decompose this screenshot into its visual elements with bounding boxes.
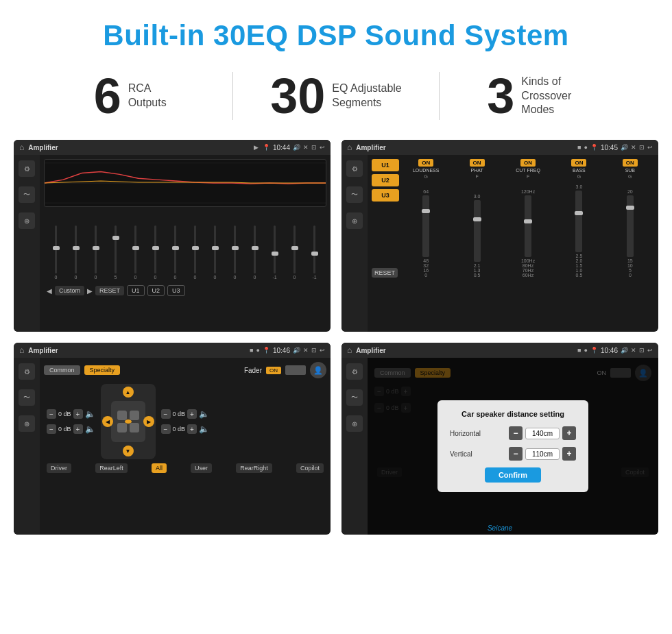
play-icon[interactable]: ▶ xyxy=(254,144,259,151)
prev-icon[interactable]: ◀ xyxy=(47,287,52,295)
cross-fader-cutfreq-a[interactable]: 120Hz 100Hz 80Hz 70Hz 60Hz xyxy=(521,189,535,278)
close-icon-3[interactable]: ✕ xyxy=(303,347,309,354)
arrow-right[interactable]: ▶ xyxy=(143,416,154,427)
balance-icon-4[interactable]: ⊕ xyxy=(346,415,363,432)
back-icon-4[interactable]: ↩ xyxy=(647,347,653,354)
arrow-left[interactable]: ◀ xyxy=(102,416,113,427)
balance-icon-2[interactable]: ⊕ xyxy=(346,212,363,229)
waveform-icon[interactable]: 〜 xyxy=(19,186,35,203)
back-icon-2[interactable]: ↩ xyxy=(647,144,653,151)
vol-minus-tl[interactable]: − xyxy=(47,409,56,419)
eq-slider-2[interactable]: 0 xyxy=(86,225,105,280)
speaker-icon-3[interactable]: 🔊 xyxy=(293,347,300,354)
vol-control-br: − 0 dB + 🔈 xyxy=(161,424,210,434)
cross-u1-btn[interactable]: U1 xyxy=(372,159,399,171)
btn-all[interactable]: All xyxy=(152,463,167,473)
waveform-icon-2[interactable]: 〜 xyxy=(346,186,363,203)
vol-plus-tr[interactable]: + xyxy=(187,409,197,419)
eq-slider-8[interactable]: 0 xyxy=(206,225,224,280)
vertical-plus-btn[interactable]: + xyxy=(562,447,576,461)
horizontal-plus-btn[interactable]: + xyxy=(562,426,576,440)
eq-settings-icon[interactable]: ⚙ xyxy=(19,160,35,177)
fader-slider[interactable] xyxy=(285,365,306,375)
next-icon[interactable]: ▶ xyxy=(87,287,93,295)
tab-specialty-3[interactable]: Specialty xyxy=(84,365,121,375)
back-icon-3[interactable]: ↩ xyxy=(320,347,325,354)
balance-icon[interactable]: ⊕ xyxy=(19,212,35,229)
eq-slider-13[interactable]: -1 xyxy=(305,225,324,280)
eq-u3-btn[interactable]: U3 xyxy=(167,285,185,296)
cross-u3-btn[interactable]: U3 xyxy=(372,189,399,202)
eq-slider-7[interactable]: 0 xyxy=(186,225,204,280)
eq-reset-btn[interactable]: RESET xyxy=(95,286,124,295)
eq-slider-6[interactable]: 0 xyxy=(166,225,184,280)
vol-minus-tr[interactable]: − xyxy=(161,409,171,419)
eq-slider-3[interactable]: 5 xyxy=(106,225,125,280)
eq-slider-5[interactable]: 0 xyxy=(146,225,165,280)
window-icon-4[interactable]: ⊡ xyxy=(639,347,645,354)
eq-slider-12[interactable]: 0 xyxy=(285,225,304,280)
tab-common-3[interactable]: Common xyxy=(44,365,80,375)
arrow-down[interactable]: ▼ xyxy=(123,446,134,456)
cross-u2-btn[interactable]: U2 xyxy=(372,174,399,186)
vol-plus-tl[interactable]: + xyxy=(73,409,83,419)
vertical-minus-btn[interactable]: − xyxy=(509,447,523,461)
cross-on-loudness[interactable]: ON xyxy=(418,159,433,167)
window-icon-3[interactable]: ⊡ xyxy=(311,347,317,354)
eq-slider-9[interactable]: 0 xyxy=(226,225,244,280)
cross-fader-loudness-a[interactable]: 64 48 32 16 0 xyxy=(422,189,429,278)
cross-on-phat[interactable]: ON xyxy=(470,159,485,167)
balance-icon-3[interactable]: ⊕ xyxy=(19,415,35,432)
btn-user[interactable]: User xyxy=(191,463,212,473)
fader-user-icon[interactable]: 👤 xyxy=(310,362,326,378)
home-icon[interactable]: ⌂ xyxy=(19,143,24,152)
close-icon-4[interactable]: ✕ xyxy=(631,347,636,354)
eq-settings-icon-3[interactable]: ⚙ xyxy=(19,363,35,380)
eq-u1-btn[interactable]: U1 xyxy=(127,285,145,296)
eq-slider-0[interactable]: 0 xyxy=(47,225,65,280)
waveform-icon-3[interactable]: 〜 xyxy=(19,389,35,406)
cross-fader-sub-a[interactable]: 20 15 10 5 0 xyxy=(627,189,634,278)
eq-settings-icon-4[interactable]: ⚙ xyxy=(346,363,363,380)
speaker-icon-4[interactable]: 🔊 xyxy=(621,347,628,354)
cross-reset-btn[interactable]: RESET xyxy=(372,268,398,278)
cross-fader-phat-a[interactable]: 3.0 2.1 1.3 0.5 xyxy=(474,194,481,278)
fader-on-btn[interactable]: ON xyxy=(266,367,281,374)
window-icon[interactable]: ⊡ xyxy=(311,144,317,151)
confirm-button[interactable]: Confirm xyxy=(485,467,541,483)
speaker-icon[interactable]: 🔊 xyxy=(293,144,300,151)
screen3-body: ⚙ 〜 ⊕ Common Specialty Fader ON 👤 xyxy=(14,358,331,535)
cross-on-bass[interactable]: ON xyxy=(571,159,586,167)
cross-fader-bass-a[interactable]: 3.0 2.5 2.0 1.5 1.0 0.5 xyxy=(575,184,582,278)
btn-copilot[interactable]: Copilot xyxy=(296,463,324,473)
close-icon[interactable]: ✕ xyxy=(303,144,309,151)
eq-u2-btn[interactable]: U2 xyxy=(147,285,165,296)
window-icon-2[interactable]: ⊡ xyxy=(639,144,645,151)
close-icon-2[interactable]: ✕ xyxy=(631,144,636,151)
home-icon-2[interactable]: ⌂ xyxy=(347,143,352,152)
home-icon-4[interactable]: ⌂ xyxy=(347,345,352,355)
eq-settings-icon-2[interactable]: ⚙ xyxy=(346,160,363,177)
vol-control-bl: − 0 dB + 🔈 xyxy=(47,424,95,434)
eq-custom-btn[interactable]: Custom xyxy=(55,286,84,295)
vol-minus-bl[interactable]: − xyxy=(47,424,56,434)
vol-plus-br[interactable]: + xyxy=(187,424,197,434)
arrow-up[interactable]: ▲ xyxy=(123,387,134,398)
eq-slider-4[interactable]: 0 xyxy=(126,225,145,280)
cross-on-cutfreq[interactable]: ON xyxy=(520,159,536,167)
btn-driver[interactable]: Driver xyxy=(47,463,71,473)
eq-slider-10[interactable]: 0 xyxy=(245,225,264,280)
cross-label-loudness: LOUDNESS xyxy=(413,168,440,173)
vol-plus-bl[interactable]: + xyxy=(73,424,83,434)
speaker-icon-2[interactable]: 🔊 xyxy=(621,144,628,151)
vol-minus-br[interactable]: − xyxy=(161,424,171,434)
eq-slider-11[interactable]: -1 xyxy=(265,225,284,280)
back-icon[interactable]: ↩ xyxy=(320,144,325,151)
cross-on-sub[interactable]: ON xyxy=(623,159,638,167)
home-icon-3[interactable]: ⌂ xyxy=(19,345,24,355)
eq-slider-1[interactable]: 0 xyxy=(67,225,85,280)
waveform-icon-4[interactable]: 〜 xyxy=(346,389,363,406)
btn-rearright[interactable]: RearRight xyxy=(236,463,272,473)
btn-rearleft[interactable]: RearLeft xyxy=(95,463,128,473)
horizontal-minus-btn[interactable]: − xyxy=(509,426,523,440)
